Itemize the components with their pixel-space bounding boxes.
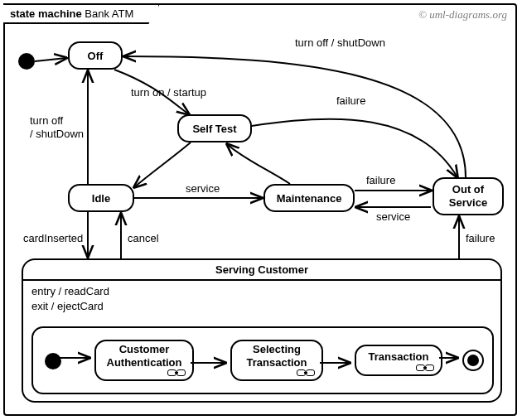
label-failure-mid: failure bbox=[366, 174, 395, 186]
initial-pseudostate bbox=[18, 53, 35, 70]
credit-text: © uml-diagrams.org bbox=[418, 8, 507, 22]
state-serving-customer: Serving Customer entry / readCard exit /… bbox=[22, 258, 502, 403]
label-failure-top: failure bbox=[336, 94, 365, 107]
state-maintenance: Maintenance bbox=[263, 184, 355, 212]
label-cancel: cancel bbox=[128, 232, 159, 244]
state-out-of-service: Out of Service bbox=[433, 177, 504, 215]
state-off: Off bbox=[68, 41, 123, 70]
serving-final-state bbox=[462, 350, 484, 371]
state-idle: Idle bbox=[68, 184, 134, 212]
state-transaction: Transaction bbox=[355, 345, 442, 376]
serving-customer-entry: entry / readCard bbox=[31, 284, 500, 299]
state-selecting-transaction: Selecting Transaction bbox=[230, 340, 323, 381]
label-failure-right: failure bbox=[466, 232, 495, 244]
label-service-left: service bbox=[186, 182, 220, 195]
frame-name: Bank ATM bbox=[85, 7, 133, 20]
label-service-right: service bbox=[376, 210, 410, 223]
label-turn-off-shutdown-top: turn off / shutDown bbox=[295, 36, 385, 49]
label-turn-on-startup: turn on / startup bbox=[131, 86, 206, 99]
state-self-test: Self Test bbox=[177, 114, 252, 142]
serving-initial-pseudostate bbox=[45, 353, 61, 369]
composite-icon bbox=[297, 369, 315, 377]
composite-icon bbox=[167, 369, 186, 377]
frame-keyword: state machine bbox=[10, 7, 82, 20]
label-card-inserted: cardInserted bbox=[23, 232, 83, 244]
serving-customer-exit: exit / ejectCard bbox=[31, 299, 500, 314]
serving-customer-region: Customer Authentication Selecting Transa… bbox=[31, 326, 494, 394]
serving-customer-title: Serving Customer bbox=[23, 260, 500, 281]
state-customer-authentication: Customer Authentication bbox=[94, 340, 194, 381]
composite-icon bbox=[416, 364, 434, 372]
serving-customer-entry-exit: entry / readCard exit / ejectCard bbox=[23, 281, 500, 318]
label-turn-off-shutdown-left: turn off / shutDown bbox=[30, 114, 84, 140]
frame-title-tab: state machine Bank ATM bbox=[3, 3, 160, 24]
state-machine-frame: state machine Bank ATM © uml-diagrams.or… bbox=[3, 3, 517, 416]
